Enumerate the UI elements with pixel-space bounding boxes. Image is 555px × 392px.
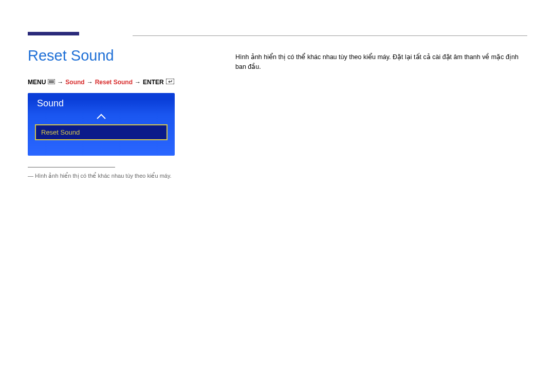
osd-item-reset-sound[interactable]: Reset Sound [35,124,168,140]
arrow-icon: → [87,79,93,86]
scroll-up-icon[interactable] [28,112,175,124]
footnote-dash: ― [28,173,33,179]
footnote-divider [28,167,115,167]
menu-icon [48,79,55,86]
breadcrumb-menu: MENU [28,79,46,86]
breadcrumb: MENU → Sound → Reset Sound → ENTER [28,79,192,86]
breadcrumb-sound: Sound [65,79,84,86]
footnote: ― Hình ảnh hiển thị có thể khác nhau tùy… [28,173,192,179]
enter-icon [166,79,174,86]
accent-bar [28,32,79,35]
body-text: Hình ảnh hiển thị có thể khác nhau tùy t… [235,52,527,72]
arrow-icon: → [135,79,141,86]
breadcrumb-enter: ENTER [143,79,164,86]
top-divider [133,35,527,36]
footnote-text: Hình ảnh hiển thị có thể khác nhau tùy t… [35,173,172,179]
osd-header: Sound [28,93,175,112]
left-column: Reset Sound MENU → Sound → Reset Sound →… [28,47,192,179]
arrow-icon: → [57,79,63,86]
page-title: Reset Sound [28,47,192,64]
breadcrumb-reset-sound: Reset Sound [95,79,133,86]
osd-panel: Sound Reset Sound [28,93,175,156]
